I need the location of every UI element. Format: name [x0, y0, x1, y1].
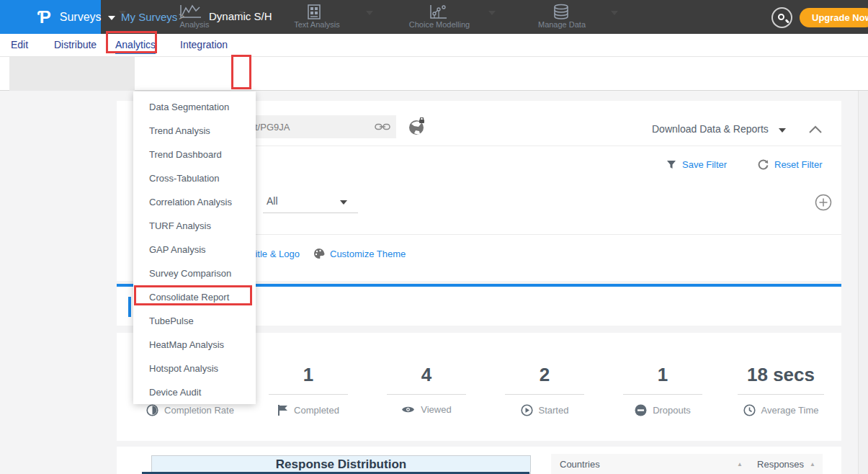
- menu-item-turf-analysis[interactable]: TURF Analysis: [133, 214, 256, 238]
- tab-integration[interactable]: Integration: [180, 39, 228, 50]
- sort-countries-icon[interactable]: ▲: [737, 461, 743, 468]
- download-caret-icon: [779, 128, 786, 133]
- completion-rate-icon: [146, 404, 158, 416]
- breadcrumb-my-surveys[interactable]: My Surveys: [121, 11, 177, 23]
- stat-label: Completion Rate: [164, 405, 234, 416]
- reset-refresh-icon: [758, 159, 769, 170]
- questionpro-logo-icon: Ƥ: [37, 9, 51, 26]
- add-filter-plus-icon[interactable]: [815, 194, 832, 211]
- collapse-panel-chevron-up-icon[interactable]: [808, 125, 823, 134]
- average-time-clock-icon: [743, 404, 756, 416]
- text-analysis-icon: [305, 4, 323, 20]
- menu-item-trend-analysis[interactable]: Trend Analysis: [133, 119, 256, 143]
- choice-modelling-icon: [428, 4, 448, 20]
- stat-value-started: 2: [487, 364, 602, 386]
- section-accent-bar: [128, 297, 131, 317]
- toolbar-dashboard-active-bg: [9, 57, 135, 91]
- menu-item-correlation-analysis[interactable]: Correlation Analysis: [133, 190, 256, 214]
- web-link-globe-icon[interactable]: [408, 117, 426, 136]
- response-distribution-title: Response Distribution: [276, 457, 406, 472]
- filter-funnel-icon: [666, 160, 676, 170]
- manage-data-database-icon: [552, 4, 571, 20]
- stat-average-time: Average Time: [709, 404, 853, 416]
- stat-value-dropouts: 1: [605, 364, 720, 386]
- filter-all-underline: [263, 213, 358, 213]
- stat-value-completed: 1: [251, 364, 366, 386]
- countries-table-header: Countries ▲ Responses ▲: [551, 454, 823, 474]
- choice-modelling-caret-icon[interactable]: [488, 11, 496, 15]
- stat-value-viewed: 4: [369, 364, 484, 386]
- stat-divider: [269, 394, 348, 395]
- search-button[interactable]: [771, 7, 792, 28]
- toolbar-item-text-analysis[interactable]: Text Analysis: [259, 0, 375, 34]
- menu-item-cross-tabulation[interactable]: Cross-Tabulation: [133, 166, 256, 190]
- menu-item-survey-comparison[interactable]: Survey Comparison: [133, 261, 256, 285]
- menu-item-consolidate-report[interactable]: Consolidate Report: [133, 285, 256, 309]
- download-data-reports-dropdown[interactable]: Download Data & Reports: [652, 123, 786, 135]
- dropouts-minus-icon: [635, 404, 647, 416]
- copy-link-icon[interactable]: [375, 122, 390, 132]
- filter-all-caret-icon[interactable]: [340, 200, 347, 205]
- stat-label: Average Time: [761, 405, 819, 416]
- stat-value-average-time: 18 secs: [723, 364, 838, 386]
- stat-divider: [505, 394, 584, 395]
- customize-theme-palette-icon: [313, 248, 325, 259]
- menu-item-data-segmentation[interactable]: Data Segmentation: [133, 95, 256, 119]
- toolbar-label: Text Analysis: [259, 20, 375, 29]
- survey-nav-tabs: Edit Distribute Analytics Integration: [0, 34, 868, 57]
- menu-item-tubepulse[interactable]: TubePulse: [133, 309, 256, 333]
- product-switcher[interactable]: Ƥ Surveys: [0, 0, 101, 34]
- menu-item-trend-dashboard[interactable]: Trend Dashboard: [133, 143, 256, 166]
- vertical-scrollbar[interactable]: [858, 91, 868, 474]
- text-analysis-caret-icon[interactable]: [366, 11, 373, 15]
- upgrade-now-button[interactable]: Upgrade Now: [800, 8, 868, 27]
- menu-item-gap-analysis[interactable]: GAP Analysis: [133, 238, 256, 261]
- stat-label: Dropouts: [653, 405, 691, 416]
- analysis-dropdown-menu: Data Segmentation Trend Analysis Trend D…: [133, 91, 256, 404]
- stat-divider: [387, 394, 466, 395]
- product-label: Surveys: [60, 11, 102, 24]
- customize-theme-link[interactable]: Customize Theme: [330, 249, 406, 259]
- stat-label: Viewed: [421, 404, 451, 415]
- toolbar-item-choice-modelling[interactable]: Choice Modelling: [382, 0, 497, 34]
- manage-data-caret-icon[interactable]: [611, 11, 618, 15]
- breadcrumb-survey-name: Dynamic S/H: [209, 10, 272, 22]
- sort-responses-icon[interactable]: ▲: [810, 461, 815, 468]
- stat-divider: [623, 394, 702, 395]
- completed-flag-icon: [277, 404, 288, 416]
- reset-filter-label: Reset Filter: [774, 159, 822, 170]
- toolbar-label: Choice Modelling: [382, 20, 497, 29]
- menu-item-heatmap-analysis[interactable]: HeatMap Analysis: [133, 333, 256, 357]
- viewed-eye-icon: [401, 405, 415, 414]
- menu-item-hotspot-analysis[interactable]: Hotspot Analysis: [133, 357, 256, 380]
- questionpro-analytics-page: Ƥ Surveys My Surveys > Dynamic S/H Upgra…: [0, 0, 868, 474]
- responses-column-header[interactable]: Responses: [757, 459, 804, 470]
- stat-label: Started: [539, 405, 569, 416]
- toolbar-label: Manage Data: [504, 20, 619, 29]
- save-filter-button[interactable]: Save Filter: [666, 159, 727, 170]
- download-data-reports-label: Download Data & Reports: [652, 123, 769, 135]
- breadcrumb-separator: >: [179, 11, 184, 22]
- stat-label: Completed: [294, 405, 339, 416]
- tab-analytics[interactable]: Analytics: [115, 39, 156, 54]
- save-filter-label: Save Filter: [682, 159, 727, 170]
- tab-edit[interactable]: Edit: [11, 39, 28, 50]
- countries-column-header[interactable]: Countries: [560, 459, 600, 470]
- menu-item-device-audit[interactable]: Device Audit: [133, 380, 256, 404]
- tab-distribute[interactable]: Distribute: [54, 39, 97, 50]
- stat-divider: [738, 394, 824, 395]
- search-icon-handle: [785, 19, 789, 23]
- search-icon: [778, 14, 784, 20]
- filter-all-select[interactable]: All: [267, 195, 278, 207]
- title-logo-link[interactable]: Title & Logo: [250, 249, 300, 259]
- reset-filter-button[interactable]: Reset Filter: [758, 159, 822, 170]
- chevron-down-icon: [108, 16, 115, 20]
- toolbar-item-manage-data[interactable]: Manage Data: [504, 0, 619, 34]
- started-play-icon: [521, 404, 533, 416]
